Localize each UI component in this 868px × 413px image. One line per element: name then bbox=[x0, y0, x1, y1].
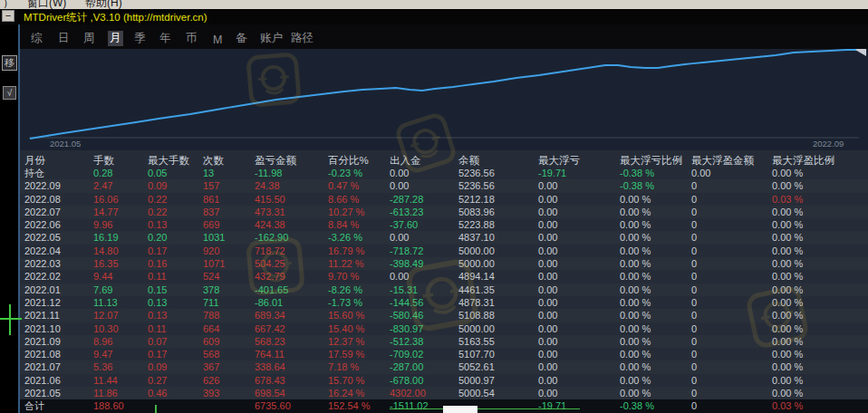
row-value: 14.80 bbox=[93, 245, 119, 257]
row-value: -1511.02 bbox=[390, 399, 429, 412]
row-value: 378 bbox=[203, 283, 219, 296]
row-value: 152.54 % bbox=[328, 399, 370, 412]
table-row[interactable]: 2022.0816.060.22861415.508.66 %-287.2852… bbox=[20, 193, 868, 206]
table-row[interactable]: 2021.1112.070.13788689.3415.60 %-580.465… bbox=[20, 309, 868, 322]
row-value: 0.00 % bbox=[772, 245, 803, 257]
column-header-1: 月份 bbox=[24, 154, 45, 167]
row-value: 568.23 bbox=[255, 335, 285, 348]
row-label: 2022.04 bbox=[24, 245, 61, 257]
row-value: 0.17 bbox=[148, 245, 167, 257]
row-value: -709.02 bbox=[390, 348, 423, 360]
row-value: 0 bbox=[691, 322, 697, 335]
row-value: 0.13 bbox=[148, 218, 167, 231]
row-value: 0.22 bbox=[148, 193, 167, 206]
period-tab-bar: 综日周月季年币M备账户路径 bbox=[0, 24, 868, 49]
row-label: 2021.11 bbox=[24, 309, 60, 322]
minimize-button[interactable]: − bbox=[2, 10, 14, 22]
row-value: 9.96 bbox=[93, 218, 112, 231]
row-value: -287.28 bbox=[390, 193, 423, 206]
column-header-7: 出入金 bbox=[390, 154, 421, 167]
menubar-item-help[interactable]: 帮助(H) bbox=[85, 0, 122, 9]
row-value: 0.00 bbox=[538, 257, 557, 270]
table-row[interactable]: 2022.029.440.11524432.799.70 %0.004894.1… bbox=[20, 270, 868, 283]
row-value: 0 bbox=[691, 387, 697, 399]
tab-6-period[interactable]: 年 bbox=[159, 31, 171, 46]
row-value: 718.72 bbox=[255, 245, 285, 257]
row-label: 2021.05 bbox=[24, 387, 61, 399]
table-row[interactable]: 2022.0316.350.161071504.2511.22 %-398.49… bbox=[20, 257, 868, 270]
check-button[interactable]: √ bbox=[3, 86, 16, 100]
table-row[interactable]: 2022.0714.770.22837473.3110.27 %-613.235… bbox=[20, 206, 868, 218]
table-row[interactable]: 2022.017.690.15378-401.65-8.26 %-15.3144… bbox=[20, 283, 868, 296]
row-value: 5000.00 bbox=[458, 245, 495, 257]
row-value: 1071 bbox=[203, 257, 225, 270]
row-value: 5083.96 bbox=[458, 206, 495, 218]
table-row[interactable]: 2021.1211.130.13711-86.01-1.73 %-144.564… bbox=[20, 296, 868, 309]
row-value: 0.00 % bbox=[772, 360, 803, 373]
tab-7-period[interactable]: 币 bbox=[186, 31, 198, 46]
row-value: 664 bbox=[203, 322, 219, 335]
row-value: 0.00 % bbox=[772, 167, 803, 179]
tab-5-period[interactable]: 季 bbox=[134, 31, 146, 46]
tab-10-period[interactable]: 账户 bbox=[260, 31, 283, 46]
row-value: 12.37 % bbox=[328, 335, 364, 348]
table-row[interactable]: 2021.0611.440.27626678.4315.70 %-678.005… bbox=[20, 374, 868, 387]
row-value: 0.11 bbox=[148, 322, 167, 335]
menubar-item-window[interactable]: 窗口(W) bbox=[27, 0, 66, 9]
tab-4-period[interactable]: 月 bbox=[108, 31, 123, 46]
row-value: 504.25 bbox=[255, 257, 285, 270]
row-value: 9.44 bbox=[93, 270, 112, 283]
tab-1-period[interactable]: 综 bbox=[31, 31, 43, 46]
row-value: -19.71 bbox=[538, 167, 566, 179]
table-row[interactable]: 2022.0516.190.201031-162.90-3.26 %0.0048… bbox=[20, 231, 868, 244]
menubar-item-fragment[interactable]: ） bbox=[3, 0, 14, 9]
row-value: 0.17 bbox=[148, 348, 167, 360]
table-row[interactable]: 2021.098.960.07609568.2312.37 %-512.3851… bbox=[20, 335, 868, 348]
table-row[interactable]: 2021.075.360.09367338.647.18 %-287.00505… bbox=[20, 360, 868, 373]
table-row[interactable]: 2021.089.470.17568764.1117.59 %-709.0251… bbox=[20, 348, 868, 360]
row-value: 0.00 % bbox=[772, 348, 803, 360]
tab-11-period[interactable]: 路径 bbox=[291, 31, 313, 46]
row-value: 0 bbox=[691, 231, 697, 244]
row-value: 0.00 % bbox=[620, 296, 651, 309]
row-value: -580.46 bbox=[390, 309, 423, 322]
row-value: 698.54 bbox=[255, 387, 285, 399]
row-value: 0.00 % bbox=[772, 387, 803, 399]
row-value: 16.19 bbox=[93, 231, 119, 244]
equity-curve-svg bbox=[20, 49, 868, 150]
row-value: 0.00 % bbox=[620, 335, 651, 348]
row-value: 0.00 % bbox=[772, 206, 803, 218]
row-value: 473.31 bbox=[255, 206, 285, 218]
row-value: -398.49 bbox=[390, 257, 423, 270]
row-value: 689.34 bbox=[255, 309, 285, 322]
tab-8-m[interactable]: M bbox=[213, 34, 222, 46]
row-value: 0.00 % bbox=[620, 348, 651, 360]
row-value: 9.47 bbox=[93, 348, 112, 360]
move-button[interactable]: 移 bbox=[2, 55, 17, 71]
row-value: 0.09 bbox=[148, 179, 167, 192]
row-value: 0.00 % bbox=[772, 231, 803, 244]
row-value: 4302.00 bbox=[390, 387, 426, 399]
row-value: 0.28 bbox=[93, 167, 112, 179]
table-row[interactable]: 2022.0414.800.17920718.7216.79 %-718.725… bbox=[20, 245, 868, 257]
table-row[interactable]: 2022.092.470.0915724.380.47 %0.005236.56… bbox=[20, 179, 868, 192]
table-row[interactable]: 2021.0511.860.46393698.5416.24 %4302.005… bbox=[20, 387, 868, 399]
row-label: 2022.03 bbox=[24, 257, 61, 270]
x-axis-end-label: 2022.09 bbox=[813, 139, 844, 149]
row-value: 7.69 bbox=[93, 283, 112, 296]
row-value: 568 bbox=[203, 348, 219, 360]
column-header-9: 最大浮亏 bbox=[538, 154, 580, 167]
row-value: 0.00 bbox=[538, 231, 557, 244]
row-value: 5108.88 bbox=[458, 309, 495, 322]
tab-3-period[interactable]: 周 bbox=[83, 31, 95, 46]
crosshair-cursor-vertical bbox=[9, 304, 11, 335]
table-row[interactable]: 2022.069.960.13669424.388.84 %-37.605223… bbox=[20, 218, 868, 231]
tab-9-period[interactable]: 备 bbox=[236, 31, 247, 46]
table-row[interactable]: 持仓0.280.0513-11.98-0.23 %0.005236.56-19.… bbox=[20, 167, 868, 179]
tab-2-period[interactable]: 日 bbox=[58, 31, 70, 46]
table-row[interactable]: 2021.1010.300.11664667.4215.40 %-830.975… bbox=[20, 322, 868, 335]
row-value: 0 bbox=[691, 270, 697, 283]
row-label: 持仓 bbox=[24, 167, 44, 179]
row-value: -401.65 bbox=[255, 283, 288, 296]
row-value: 788 bbox=[203, 309, 219, 322]
